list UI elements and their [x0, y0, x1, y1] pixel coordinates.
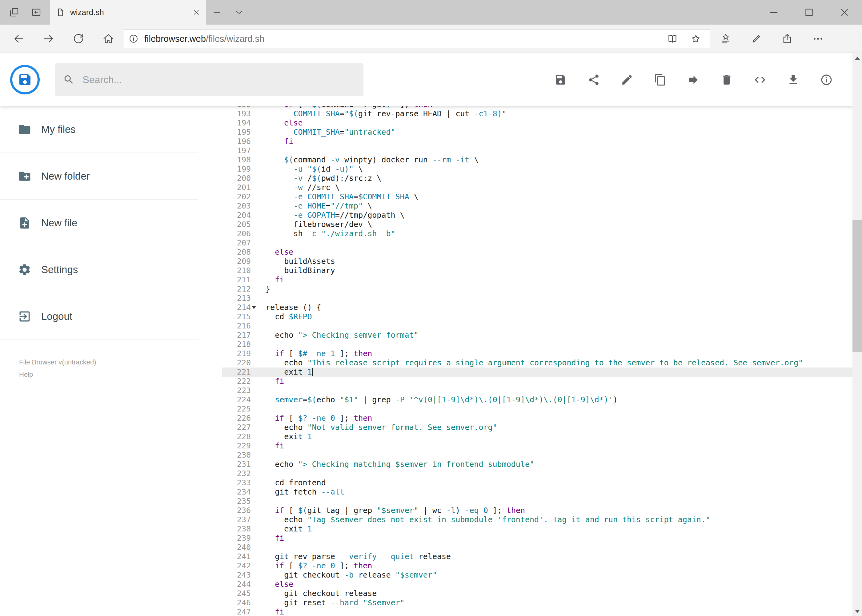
editor-line[interactable]: 205 filebrowser/dev \	[222, 220, 853, 229]
back-icon[interactable]	[4, 25, 33, 53]
editor-line[interactable]: 232	[222, 469, 853, 478]
editor-line[interactable]: 212}	[222, 284, 853, 294]
editor-line[interactable]: 233 cd frontend	[222, 478, 853, 487]
editor-line[interactable]: 200 -v /$(pwd):/src:z \	[222, 174, 853, 183]
editor-line[interactable]: 235	[222, 497, 853, 506]
editor-line[interactable]: 222 fi	[222, 377, 853, 386]
vertical-scrollbar[interactable]	[853, 53, 862, 616]
app-logo[interactable]	[10, 65, 40, 94]
editor-line[interactable]: 239 fi	[222, 534, 853, 543]
hub-favorites-icon[interactable]	[710, 25, 741, 53]
editor-line[interactable]: 241 git rev-parse --verify --quiet relea…	[222, 552, 853, 561]
forward-icon[interactable]	[33, 25, 63, 53]
url-field[interactable]: filebrowser.web/files/wizard.sh	[123, 30, 710, 48]
editor-line[interactable]: 208 else	[222, 248, 853, 257]
share-icon[interactable]	[772, 25, 803, 53]
editor-line[interactable]: 213	[222, 294, 853, 303]
editor-line[interactable]: 201 -w //src \	[222, 183, 853, 192]
editor-line[interactable]: 247 fi	[222, 607, 853, 616]
editor-line[interactable]: 244 else	[222, 580, 853, 589]
scrollbar-track[interactable]	[853, 63, 862, 607]
editor-line[interactable]: 198 $(command -v winpty) docker run --rm…	[222, 155, 853, 165]
editor-line[interactable]: 221 exit 1	[222, 368, 853, 377]
tab-preview-chevron-icon[interactable]	[228, 0, 250, 25]
editor-line[interactable]: 224 semver=$(echo "$1" | grep -P '^v(0|[…	[222, 395, 853, 404]
editor-line[interactable]: 228 exit 1	[222, 432, 853, 441]
editor-line[interactable]: 242 if [ $? -ne 0 ]; then	[222, 561, 853, 570]
raw-view-button[interactable]	[754, 74, 766, 86]
rename-button[interactable]	[621, 74, 633, 86]
editor-line[interactable]: 243 git checkout -b release "$semver"	[222, 570, 853, 580]
sidebar-item-new-folder[interactable]: New folder	[0, 153, 222, 200]
editor-line[interactable]: 237 echo "Tag $semver does not exist in …	[222, 515, 853, 524]
editor-line[interactable]: 223	[222, 386, 853, 395]
minimize-icon[interactable]	[756, 0, 791, 25]
editor-line[interactable]: 206 sh -c "./wizard.sh -b"	[222, 229, 853, 238]
scroll-up-icon[interactable]	[853, 53, 862, 63]
favorite-star-icon[interactable]	[684, 30, 708, 48]
new-tab-icon[interactable]	[206, 0, 228, 25]
editor-line[interactable]: 245 git checkout release	[222, 589, 853, 598]
close-tab-icon[interactable]	[192, 8, 200, 16]
sidebar-item-logout[interactable]: Logout	[0, 293, 222, 340]
editor-line[interactable]: 240	[222, 543, 853, 552]
editor-line[interactable]: 211 fi	[222, 275, 853, 284]
maximize-icon[interactable]	[791, 0, 827, 25]
scrollbar-thumb[interactable]	[853, 220, 862, 352]
copy-button[interactable]	[654, 74, 667, 86]
editor-line[interactable]: 231 echo "> Checking matching $semver in…	[222, 460, 853, 469]
scroll-down-icon[interactable]	[853, 607, 862, 616]
editor-line[interactable]: 194 else	[222, 118, 853, 127]
editor-line[interactable]: 214release () {	[222, 303, 853, 312]
close-window-icon[interactable]	[827, 0, 862, 25]
editor-line[interactable]: 229 fi	[222, 441, 853, 451]
info-button[interactable]	[820, 74, 833, 86]
sidebar-item-new-file[interactable]: New file	[0, 200, 222, 246]
set-tabs-aside-icon[interactable]	[25, 0, 47, 25]
help-link[interactable]: Help	[19, 370, 33, 379]
delete-button[interactable]	[720, 74, 733, 86]
editor-line[interactable]: 225	[222, 404, 853, 414]
editor-line[interactable]: 202 -e COMMIT_SHA=$COMMIT_SHA \	[222, 192, 853, 201]
sidebar-item-settings[interactable]: Settings	[0, 246, 222, 293]
download-button[interactable]	[787, 74, 799, 86]
search-input[interactable]	[82, 74, 355, 85]
search-box[interactable]	[55, 63, 364, 96]
editor-line[interactable]: 216	[222, 321, 853, 331]
browser-tab[interactable]: wizard.sh	[50, 0, 206, 25]
editor-line[interactable]: 219 if [ $# -ne 1 ]; then	[222, 349, 853, 358]
editor-line[interactable]: 220 echo "This release script requires a…	[222, 358, 853, 368]
editor-line[interactable]: 196 fi	[222, 137, 853, 146]
editor-line[interactable]: 209 buildAssets	[222, 257, 853, 266]
editor-line[interactable]: 236 if [ $(git tag | grep "$semver" | wc…	[222, 506, 853, 515]
editor-line[interactable]: 226 if [ $? -ne 0 ]; then	[222, 414, 853, 423]
editor-line[interactable]: 215 cd $REPO	[222, 312, 853, 321]
share-button[interactable]	[588, 74, 600, 86]
editor-line[interactable]: 246 git reset --hard "$semver"	[222, 598, 853, 607]
editor-line[interactable]: 192 if [ "$(command -v git)" ]; then	[222, 106, 853, 109]
editor-line[interactable]: 227 echo "Not valid semver format. See s…	[222, 423, 853, 432]
home-icon[interactable]	[93, 25, 123, 53]
move-button[interactable]	[687, 74, 700, 86]
site-info-icon[interactable]	[128, 33, 139, 44]
editor-line[interactable]: 210 buildBinary	[222, 266, 853, 275]
editor-line[interactable]: 230	[222, 451, 853, 460]
sidebar-item-my-files[interactable]: My files	[0, 106, 222, 153]
code-editor[interactable]: 192 if [ "$(command -v git)" ]; then193 …	[222, 106, 853, 616]
web-note-pen-icon[interactable]	[741, 25, 772, 53]
editor-line[interactable]: 193 COMMIT_SHA="$(git rev-parse HEAD | c…	[222, 109, 853, 118]
fold-arrow-icon[interactable]	[252, 306, 256, 309]
editor-line[interactable]: 197	[222, 146, 853, 155]
save-button[interactable]	[554, 74, 567, 86]
editor-line[interactable]: 207	[222, 238, 853, 248]
refresh-icon[interactable]	[63, 25, 93, 53]
editor-line[interactable]: 195 COMMIT_SHA="untracked"	[222, 127, 853, 137]
editor-line[interactable]: 238 exit 1	[222, 524, 853, 534]
reading-view-icon[interactable]	[661, 30, 684, 48]
editor-line[interactable]: 199 -u "$(id -u)" \	[222, 165, 853, 174]
editor-line[interactable]: 217 echo "> Checking semver format"	[222, 331, 853, 340]
editor-line[interactable]: 234 git fetch --all	[222, 487, 853, 497]
editor-line[interactable]: 203 -e HOME="//tmp" \	[222, 201, 853, 211]
editor-line[interactable]: 218	[222, 340, 853, 349]
tabs-set-aside-icon[interactable]	[3, 0, 25, 25]
